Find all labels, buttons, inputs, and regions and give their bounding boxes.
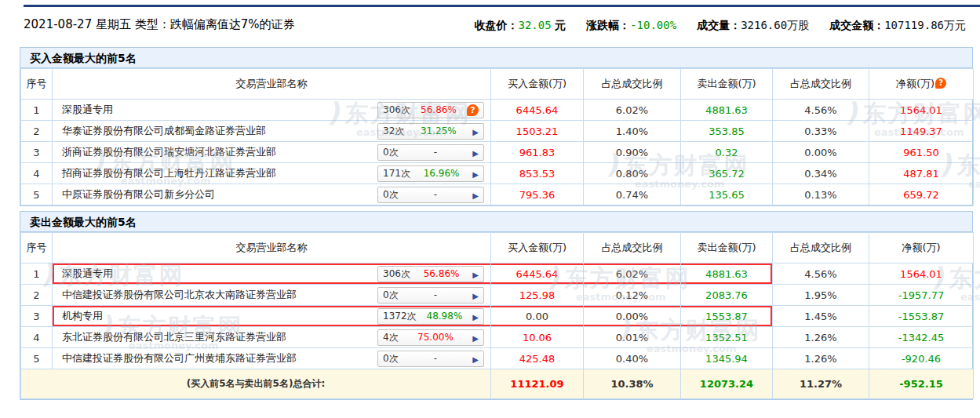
branch-name: 深股通专用	[62, 103, 113, 117]
appearance-count: 306次	[383, 267, 410, 281]
buy-amount: 1503.21	[491, 121, 584, 142]
net-amount: 1149.37	[869, 121, 974, 142]
net-amount: 961.50	[869, 142, 974, 163]
buy-ratio: 0.00%	[584, 306, 681, 327]
turnover: 成交金额：107119.86万元	[829, 19, 966, 33]
buy-ratio: 1.40%	[584, 121, 681, 142]
col-sell-ratio: 占总成交比例	[773, 69, 869, 100]
sell-amount: 2083.76	[681, 285, 773, 306]
sell-ratio: 1.26%	[773, 327, 869, 348]
col-branch-name: 交易营业部名称	[53, 69, 491, 100]
branch-name: 机构专用	[62, 309, 103, 323]
list-type: 类型：跌幅偏离值达7%的证券	[135, 17, 295, 31]
row-index: 3	[21, 306, 53, 327]
table-row: 2 华泰证券股份有限公司成都蜀金路证券营业部 32次 31.25% 1503.2…	[21, 121, 974, 142]
appearance-count: 0次	[383, 352, 399, 365]
win-rate: 31.25%	[421, 125, 457, 136]
badge-help-icon[interactable]	[467, 104, 479, 116]
totals-label: (买入前5名与卖出前5名)总合计:	[21, 369, 491, 399]
volume: 成交量：3216.60万股	[697, 19, 809, 33]
total-buy-ratio: 10.38%	[584, 369, 681, 399]
row-index: 2	[21, 285, 53, 306]
win-rate: -	[434, 353, 437, 364]
branch-stats-badge[interactable]: 0次 -	[377, 351, 484, 367]
expand-arrow-icon[interactable]	[472, 290, 479, 300]
branch-stats-badge[interactable]: 0次 -	[377, 187, 484, 203]
row-index: 3	[21, 142, 53, 163]
branch-stats-badge[interactable]: 0次 -	[377, 144, 484, 161]
buy-ratio: 0.80%	[584, 163, 681, 184]
expand-arrow-icon[interactable]	[472, 147, 479, 158]
buy-amount: 425.48	[491, 348, 584, 369]
expand-arrow-icon[interactable]	[472, 333, 479, 343]
win-rate: 56.86%	[421, 104, 457, 115]
net-amount: 1564.01	[869, 100, 974, 121]
col-net-amount: 净额(万)	[869, 233, 974, 264]
net-amount: -920.46	[869, 348, 974, 369]
net-amount: -1553.87	[869, 306, 974, 327]
branch-name: 深股通专用	[62, 267, 113, 281]
total-sell-ratio: 11.27%	[773, 369, 869, 399]
buy-ratio: 0.40%	[584, 348, 681, 369]
sell-ratio: 4.56%	[773, 264, 869, 285]
buy-table-header: 序号 交易营业部名称 买入金额(万) 占总成交比例 卖出金额(万) 占总成交比例…	[21, 69, 974, 100]
sell-ratio: 1.26%	[773, 348, 869, 369]
col-idx: 序号	[21, 69, 53, 100]
buy-ratio: 0.12%	[584, 285, 681, 306]
top-accent-bar	[24, 5, 980, 7]
table-row: 3 浙商证券股份有限公司瑞安塘河北路证券营业部 0次 - 961.83 0.90…	[21, 142, 974, 163]
table-row: 3 机构专用 1372次 48.98% 0.00 0.00% 1553.87 1…	[21, 306, 974, 327]
appearance-count: 0次	[383, 146, 399, 159]
expand-arrow-icon[interactable]	[472, 354, 479, 364]
table-row: 4 东北证券股份有限公司北京三里河东路证券营业部 4次 75.00% 10.06…	[21, 327, 974, 348]
sell-ratio: 0.34%	[773, 163, 869, 184]
buy-amount: 10.06	[491, 327, 584, 348]
branch-stats-badge[interactable]: 4次 75.00%	[377, 329, 484, 346]
buy-ratio: 0.01%	[584, 327, 681, 348]
net-help-icon[interactable]: ?	[935, 78, 946, 89]
table-row: 5 中原证券股份有限公司新乡分公司 0次 - 795.36 0.74% 135.…	[21, 184, 974, 205]
sell-table-header: 序号 交易营业部名称 买入金额(万) 占总成交比例 卖出金额(万) 占总成交比例…	[21, 233, 974, 264]
win-rate: 56.86%	[424, 268, 460, 279]
sell-amount: 135.65	[681, 184, 773, 205]
expand-arrow-icon[interactable]	[472, 169, 479, 179]
expand-arrow-icon[interactable]	[472, 126, 479, 136]
row-index: 4	[21, 327, 53, 348]
buy-amount: 795.36	[491, 184, 584, 205]
buy-ratio: 0.74%	[584, 184, 681, 205]
net-amount: 487.81	[869, 163, 974, 184]
expand-arrow-icon[interactable]	[472, 269, 479, 279]
row-index: 5	[21, 348, 53, 369]
branch-name: 浙商证券股份有限公司瑞安塘河北路证券营业部	[62, 145, 276, 159]
totals-row: (买入前5名与卖出前5名)总合计: 11121.09 10.38% 12073.…	[21, 369, 974, 399]
sell-amount: 4881.63	[681, 100, 773, 121]
branch-name: 招商证券股份有限公司上海牡丹江路证券营业部	[62, 166, 276, 180]
col-idx: 序号	[21, 233, 53, 264]
win-rate: -	[434, 147, 437, 158]
sell-ratio: 0.00%	[773, 142, 869, 163]
expand-arrow-icon[interactable]	[472, 311, 479, 322]
branch-stats-badge[interactable]: 32次 31.25%	[377, 123, 484, 140]
sell-amount: 4881.63	[681, 264, 773, 285]
buy-amount: 853.53	[491, 163, 584, 184]
net-amount: -1342.45	[869, 327, 974, 348]
branch-name: 中信建投证券股份有限公司北京农大南路证券营业部	[62, 288, 297, 302]
win-rate: 48.98%	[427, 311, 463, 322]
branch-stats-badge[interactable]: 306次 56.86%	[377, 266, 484, 282]
quote-stats: 收盘价：32.05 元 涨跌幅：-10.00% 成交量：3216.60万股 成交…	[475, 19, 967, 33]
expand-arrow-icon[interactable]	[472, 190, 479, 200]
branch-stats-badge[interactable]: 0次 -	[377, 287, 484, 304]
table-row: 1 深股通专用 306次 56.86% 6445.64 6.02% 4881.6…	[21, 100, 974, 121]
table-row: 2 中信建投证券股份有限公司北京农大南路证券营业部 0次 - 125.98 0.…	[21, 285, 974, 306]
branch-stats-badge[interactable]: 1372次 48.98%	[377, 308, 484, 325]
sell-amount: 1352.51	[681, 327, 773, 348]
appearance-count: 32次	[383, 125, 404, 138]
row-index: 1	[21, 264, 53, 285]
buy-amount: 0.00	[491, 306, 584, 327]
net-amount: -1957.77	[869, 285, 974, 306]
buy-amount: 6445.64	[491, 100, 584, 121]
branch-stats-badge[interactable]: 171次 16.96%	[377, 165, 484, 182]
row-index: 2	[21, 121, 53, 142]
branch-stats-badge[interactable]: 306次 56.86%	[377, 102, 484, 118]
change-percent: 涨跌幅：-10.00%	[586, 19, 676, 33]
